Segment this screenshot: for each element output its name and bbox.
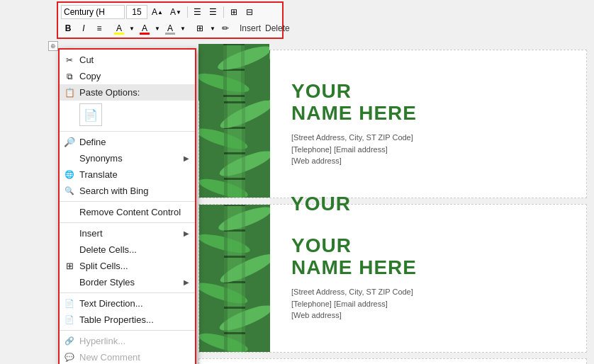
menu-item-remove-content-control-label: Remove Content Control	[79, 207, 181, 217]
eraser-button[interactable]: ✏	[218, 21, 232, 35]
delete-label: Delete	[264, 23, 291, 33]
card-3-text-area: YOUR	[276, 358, 587, 364]
paste-options-icon: 📋	[63, 86, 76, 99]
separator-after-bing	[60, 201, 195, 202]
delete-cells-icon	[63, 244, 76, 256]
hyperlink-icon: 🔗	[63, 335, 76, 348]
separator-after-border	[60, 292, 195, 293]
strikethrough-button[interactable]: ≡	[92, 21, 106, 35]
bold-button[interactable]: B	[61, 21, 75, 35]
menu-item-table-properties[interactable]: 📄 Table Properties...	[60, 312, 195, 328]
document-content: YOUR NAME HERE [Street Address, City, ST…	[198, 44, 587, 364]
menu-item-delete-cells-label: Delete Cells...	[79, 244, 137, 255]
separator-after-table-props	[60, 330, 195, 331]
cut-icon: ✂	[63, 54, 76, 67]
dropdown-arrow2[interactable]: ▼	[153, 21, 162, 35]
table-move-handle[interactable]: ⊕	[48, 41, 58, 51]
bullet-list-button[interactable]: ☰	[191, 5, 205, 19]
paste-options-label: Paste Options:	[79, 87, 140, 98]
borders-button[interactable]: ⊞	[193, 21, 207, 35]
copy-icon: ⧉	[63, 70, 76, 83]
menu-item-cut-label: Cut	[79, 55, 94, 65]
menu-item-border-styles-label: Border Styles	[79, 277, 135, 288]
new-comment-icon: 💬	[63, 351, 76, 364]
border-styles-arrow: ▶	[184, 278, 189, 286]
paste-icons-row: 📄	[60, 101, 195, 129]
insert-icon	[63, 227, 76, 240]
define-icon: 🔎	[63, 136, 76, 149]
numbered-list-button[interactable]: ☰	[206, 5, 220, 19]
search-bing-icon: 🔍	[63, 185, 76, 198]
menu-item-copy[interactable]: ⧉ Copy	[60, 68, 195, 84]
menu-item-define-label: Define	[79, 137, 106, 147]
font-name-input[interactable]	[61, 5, 125, 19]
dropdown-arrow3[interactable]: ▼	[179, 21, 187, 35]
paste-keep-source-button[interactable]: 📄	[79, 103, 102, 126]
text-direction-icon: 📄	[63, 297, 76, 310]
translate-icon: 🌐	[63, 169, 76, 181]
synonyms-icon	[63, 152, 76, 165]
menu-item-synonyms-label: Synonyms	[79, 153, 123, 164]
menu-item-search-bing-label: Search with Bing	[79, 186, 149, 196]
menu-item-text-direction[interactable]: 📄 Text Direction...	[60, 295, 195, 312]
border-styles-icon	[63, 276, 76, 289]
menu-item-paste-options-header: 📋 Paste Options:	[60, 84, 195, 101]
business-card-3-partial: YOUR	[198, 358, 587, 364]
menu-item-split-cells-label: Split Cells...	[79, 261, 128, 271]
menu-item-table-properties-label: Table Properties...	[79, 314, 154, 325]
context-menu: ✂ Cut ⧉ Copy 📋 Paste Options: 📄 🔎 Define…	[58, 48, 196, 364]
menu-item-translate-label: Translate	[79, 169, 118, 180]
menu-item-hyperlink-label: Hyperlink...	[79, 336, 125, 346]
menu-item-translate[interactable]: 🌐 Translate	[60, 166, 195, 183]
menu-item-search-bing[interactable]: 🔍 Search with Bing	[60, 183, 195, 199]
menu-item-new-comment-label: New Comment	[79, 352, 140, 363]
menu-item-split-cells[interactable]: ⊞ Split Cells...	[60, 258, 195, 274]
decrease-font-button[interactable]: A▼	[167, 5, 184, 19]
highlight-button[interactable]: A	[112, 21, 126, 35]
menu-item-text-direction-label: Text Direction...	[79, 298, 143, 309]
insert-label: Insert	[238, 23, 262, 33]
synonyms-arrow: ▶	[184, 154, 189, 162]
split-cells-icon: ⊞	[63, 260, 76, 273]
table-grid-button2[interactable]: ⊟	[242, 5, 257, 19]
menu-item-insert-label: Insert	[79, 228, 103, 239]
table-properties-icon: 📄	[63, 314, 76, 326]
menu-item-cut[interactable]: ✂ Cut	[60, 52, 195, 68]
menu-item-new-comment: 💬 New Comment	[60, 349, 195, 364]
menu-item-border-styles[interactable]: Border Styles ▶	[60, 274, 195, 290]
separator2	[223, 6, 224, 18]
separator1	[187, 6, 188, 18]
dropdown-arrow4[interactable]: ▼	[208, 21, 217, 35]
menu-item-synonyms[interactable]: Synonyms ▶	[60, 150, 195, 166]
menu-item-copy-label: Copy	[79, 71, 101, 81]
italic-button[interactable]: I	[77, 21, 91, 35]
insert-arrow: ▶	[184, 229, 189, 237]
menu-item-insert[interactable]: Insert ▶	[60, 225, 195, 241]
dropdown-arrow1[interactable]: ▼	[128, 21, 136, 35]
remove-content-control-icon	[63, 206, 76, 219]
menu-item-hyperlink: 🔗 Hyperlink...	[60, 333, 195, 349]
menu-item-define[interactable]: 🔎 Define	[60, 134, 195, 150]
table-grid-button1[interactable]: ⊞	[227, 5, 241, 19]
separator-after-paste	[60, 131, 195, 132]
mini-toolbar: A▲ A▼ ☰ ☰ ⊞ ⊟ B I ≡ A ▼ A ▼ A ▼ ⊞ ▼ ✏ In…	[57, 1, 284, 39]
separator-after-remove	[60, 222, 195, 223]
font-size-input[interactable]	[126, 5, 147, 19]
menu-item-remove-content-control[interactable]: Remove Content Control	[60, 204, 195, 220]
menu-item-delete-cells[interactable]: Delete Cells...	[60, 241, 195, 258]
font-color-button[interactable]: A	[138, 21, 152, 35]
shading-button[interactable]: A	[163, 21, 177, 35]
increase-font-button[interactable]: A▲	[149, 5, 166, 19]
